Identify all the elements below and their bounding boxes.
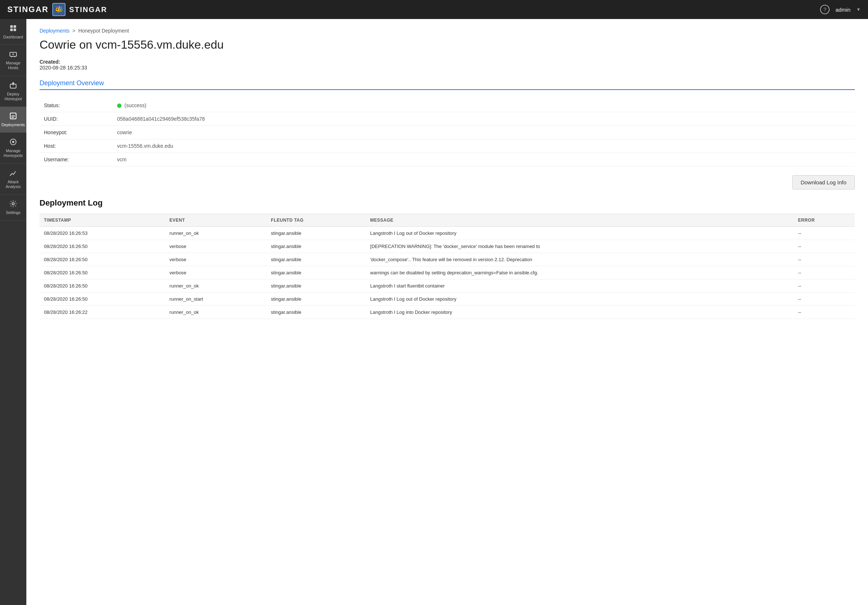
log-row: 08/28/2020 16:26:53runner_on_okstingar.a… (40, 227, 855, 240)
overview-field-label: Host: (40, 139, 113, 153)
log-row: 08/28/2020 16:26:50runner_on_okstingar.a… (40, 280, 855, 292)
deployment-log-heading: Deployment Log (40, 198, 855, 208)
log-cell-error: -- (794, 266, 855, 280)
log-cell-error: -- (794, 292, 855, 306)
log-cell-error: -- (794, 280, 855, 292)
log-column-header: ERROR (794, 214, 855, 227)
sidebar-item-deploy-honeypot[interactable]: Deploy Honeypot (0, 76, 26, 107)
attack-analysis-label: Attack Analysis (2, 179, 25, 189)
log-cell-tag: stingar.ansible (267, 280, 366, 292)
overview-row: UUID:058a046881a041c29469ef538c35fa78 (40, 112, 855, 126)
log-column-header: MESSAGE (366, 214, 794, 227)
sidebar-item-manage-hosts[interactable]: Manage Hosts (0, 45, 26, 76)
deploy-honeypot-label: Deploy Honeypot (2, 92, 25, 101)
log-row: 08/28/2020 16:26:22runner_on_okstingar.a… (40, 306, 855, 319)
sidebar-item-settings[interactable]: Settings (0, 195, 26, 221)
log-cell-timestamp: 08/28/2020 16:26:50 (40, 253, 165, 266)
sidebar-item-deployments[interactable]: Deployments (0, 107, 26, 133)
logo-text: STINGAR (7, 5, 49, 14)
manage-hosts-label: Manage Hosts (2, 61, 25, 70)
download-log-info-button[interactable]: Download Log Info (792, 175, 855, 189)
dashboard-label: Dashboard (3, 35, 23, 40)
deployment-overview-table: Status:(success)UUID:058a046881a041c2946… (40, 99, 855, 166)
log-cell-message: Langstroth I Log out of Docker repositor… (366, 227, 794, 240)
logo-icon: 🐝 (52, 3, 65, 16)
log-row: 08/28/2020 16:26:50verbosestingar.ansibl… (40, 253, 855, 266)
manage-honeypots-icon (9, 138, 17, 147)
log-cell-timestamp: 08/28/2020 16:26:50 (40, 280, 165, 292)
sidebar-item-dashboard[interactable]: Dashboard (0, 19, 26, 45)
page-title: Cowrie on vcm-15556.vm.duke.edu (40, 38, 855, 51)
log-row: 08/28/2020 16:26:50verbosestingar.ansibl… (40, 266, 855, 280)
log-cell-message: warnings can be disabled by setting depr… (366, 266, 794, 280)
deployments-label: Deployments (2, 122, 25, 127)
created-label: Created: (40, 59, 855, 65)
overview-row: Status:(success) (40, 99, 855, 112)
overview-row: Username:vcm (40, 153, 855, 166)
log-cell-event: runner_on_ok (165, 306, 267, 319)
log-cell-error: -- (794, 240, 855, 253)
log-cell-tag: stingar.ansible (267, 227, 366, 240)
overview-field-label: UUID: (40, 112, 113, 126)
log-cell-timestamp: 08/28/2020 16:26:50 (40, 240, 165, 253)
app-name: STINGAR (69, 6, 107, 14)
svg-point-9 (12, 141, 14, 143)
help-icon[interactable]: ? (820, 5, 829, 14)
overview-field-value: (success) (113, 99, 855, 112)
log-cell-error: -- (794, 227, 855, 240)
log-cell-error: -- (794, 253, 855, 266)
topbar: STINGAR 🐝 STINGAR ? admin ▼ (0, 0, 868, 19)
log-cell-tag: stingar.ansible (267, 240, 366, 253)
breadcrumb: Deployments > Honeypot Deployment (40, 28, 855, 34)
manage-honeypots-label: Manage Honeypots (2, 149, 25, 158)
overview-field-value: 058a046881a041c29469ef538c35fa78 (113, 112, 855, 126)
log-column-header: EVENT (165, 214, 267, 227)
svg-point-10 (12, 203, 14, 205)
log-cell-event: verbose (165, 253, 267, 266)
download-btn-row: Download Log Info (40, 175, 855, 189)
admin-label: admin (835, 6, 851, 13)
overview-field-value: vcm (113, 153, 855, 166)
manage-hosts-icon (9, 50, 17, 59)
overview-field-value: vcm-15556.vm.duke.edu (113, 139, 855, 153)
log-cell-event: verbose (165, 266, 267, 280)
log-cell-tag: stingar.ansible (267, 292, 366, 306)
deploy-honeypot-icon (9, 81, 17, 90)
log-cell-tag: stingar.ansible (267, 266, 366, 280)
created-value: 2020-08-28 16:25:33 (40, 65, 855, 71)
overview-field-value: cowrie (113, 126, 855, 139)
log-cell-error: -- (794, 306, 855, 319)
log-column-header: FLEUNTD TAG (267, 214, 366, 227)
log-cell-event: runner_on_ok (165, 227, 267, 240)
deployment-overview-heading: Deployment Overview (40, 79, 855, 90)
dashboard-icon (9, 24, 17, 33)
attack-analysis-icon (9, 169, 17, 178)
sidebar-item-manage-honeypots[interactable]: Manage Honeypots (0, 133, 26, 164)
log-column-header: TIMESTAMP (40, 214, 165, 227)
breadcrumb-deployments-link[interactable]: Deployments (40, 28, 70, 34)
overview-row: Host:vcm-15556.vm.duke.edu (40, 139, 855, 153)
log-cell-timestamp: 08/28/2020 16:26:50 (40, 292, 165, 306)
log-cell-timestamp: 08/28/2020 16:26:50 (40, 266, 165, 280)
overview-row: Honeypot:cowrie (40, 126, 855, 139)
breadcrumb-current: Honeypot Deployment (78, 28, 129, 34)
svg-rect-1 (14, 25, 16, 28)
deployments-icon (9, 112, 17, 121)
sidebar-item-attack-analysis[interactable]: Attack Analysis (0, 164, 26, 195)
main-layout: Dashboard Manage Hosts Deploy Honeypot (0, 19, 868, 605)
svg-rect-0 (10, 25, 13, 28)
admin-dropdown-icon[interactable]: ▼ (856, 7, 861, 12)
topbar-right: ? admin ▼ (820, 5, 861, 14)
settings-label: Settings (6, 210, 20, 215)
log-cell-timestamp: 08/28/2020 16:26:53 (40, 227, 165, 240)
meta-created: Created: 2020-08-28 16:25:33 (40, 59, 855, 71)
overview-field-label: Status: (40, 99, 113, 112)
app-logo: STINGAR 🐝 STINGAR (7, 3, 107, 16)
settings-icon (9, 200, 17, 209)
breadcrumb-separator: > (73, 28, 75, 34)
svg-point-5 (12, 53, 14, 55)
log-row: 08/28/2020 16:26:50verbosestingar.ansibl… (40, 240, 855, 253)
svg-rect-3 (14, 29, 16, 31)
overview-field-label: Honeypot: (40, 126, 113, 139)
deployment-log-table: TIMESTAMPEVENTFLEUNTD TAGMESSAGEERROR 08… (40, 214, 855, 319)
